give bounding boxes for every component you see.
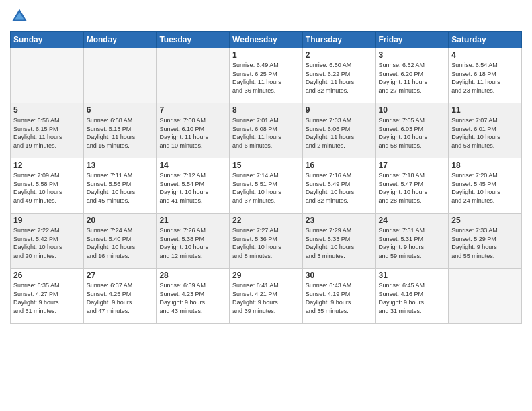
day-number: 10 (379, 105, 446, 115)
day-number: 9 (306, 105, 373, 115)
day-info: Sunrise: 6:50 AM Sunset: 6:22 PM Dayligh… (306, 61, 373, 95)
day-info: Sunrise: 7:01 AM Sunset: 6:08 PM Dayligh… (232, 116, 300, 150)
calendar-cell: 23Sunrise: 7:29 AM Sunset: 5:33 PM Dayli… (302, 214, 375, 269)
day-number: 4 (451, 50, 519, 60)
weekday-header-friday: Friday (375, 32, 449, 48)
day-info: Sunrise: 7:27 AM Sunset: 5:36 PM Dayligh… (232, 226, 300, 260)
day-number: 31 (379, 271, 446, 280)
day-info: Sunrise: 7:03 AM Sunset: 6:06 PM Dayligh… (306, 116, 373, 150)
calendar-cell: 17Sunrise: 7:18 AM Sunset: 5:47 PM Dayli… (375, 158, 449, 214)
page: SundayMondayTuesdayWednesdayThursdayFrid… (0, 0, 532, 411)
day-number: 28 (159, 271, 226, 280)
calendar-cell: 7Sunrise: 7:00 AM Sunset: 6:10 PM Daylig… (157, 103, 230, 158)
calendar-cell: 20Sunrise: 7:24 AM Sunset: 5:40 PM Dayli… (83, 214, 157, 269)
calendar-cell: 19Sunrise: 7:22 AM Sunset: 5:42 PM Dayli… (11, 214, 84, 269)
day-info: Sunrise: 6:58 AM Sunset: 6:13 PM Dayligh… (87, 116, 154, 150)
day-info: Sunrise: 7:12 AM Sunset: 5:54 PM Dayligh… (159, 171, 226, 205)
day-number: 11 (451, 105, 519, 115)
logo (10, 7, 32, 26)
day-info: Sunrise: 7:20 AM Sunset: 5:45 PM Dayligh… (451, 171, 519, 205)
calendar-cell: 8Sunrise: 7:01 AM Sunset: 6:08 PM Daylig… (230, 103, 303, 158)
day-number: 22 (232, 216, 300, 225)
day-number: 1 (232, 50, 300, 60)
day-info: Sunrise: 7:07 AM Sunset: 6:01 PM Dayligh… (451, 116, 519, 150)
calendar-cell: 6Sunrise: 6:58 AM Sunset: 6:13 PM Daylig… (83, 103, 157, 158)
day-info: Sunrise: 6:35 AM Sunset: 4:27 PM Dayligh… (13, 281, 81, 315)
calendar-week-row: 26Sunrise: 6:35 AM Sunset: 4:27 PM Dayli… (11, 269, 522, 324)
day-info: Sunrise: 7:05 AM Sunset: 6:03 PM Dayligh… (379, 116, 446, 150)
calendar-cell: 5Sunrise: 6:56 AM Sunset: 6:15 PM Daylig… (11, 103, 84, 158)
day-number: 5 (13, 105, 81, 115)
day-number: 3 (379, 50, 446, 60)
day-info: Sunrise: 7:22 AM Sunset: 5:42 PM Dayligh… (13, 226, 81, 260)
calendar-cell: 12Sunrise: 7:09 AM Sunset: 5:58 PM Dayli… (11, 158, 84, 214)
weekday-header-thursday: Thursday (302, 32, 375, 48)
calendar-cell: 29Sunrise: 6:41 AM Sunset: 4:21 PM Dayli… (230, 269, 303, 324)
day-info: Sunrise: 7:18 AM Sunset: 5:47 PM Dayligh… (379, 171, 446, 205)
weekday-header-monday: Monday (83, 32, 157, 48)
calendar-cell (157, 48, 230, 103)
day-info: Sunrise: 7:00 AM Sunset: 6:10 PM Dayligh… (159, 116, 226, 150)
calendar-cell: 25Sunrise: 7:33 AM Sunset: 5:29 PM Dayli… (449, 214, 522, 269)
calendar-week-row: 1Sunrise: 6:49 AM Sunset: 6:25 PM Daylig… (11, 48, 522, 103)
day-number: 12 (13, 161, 81, 170)
day-info: Sunrise: 6:54 AM Sunset: 6:18 PM Dayligh… (451, 61, 519, 95)
day-number: 23 (306, 216, 373, 225)
day-number: 8 (232, 105, 300, 115)
calendar-cell: 26Sunrise: 6:35 AM Sunset: 4:27 PM Dayli… (11, 269, 84, 324)
day-info: Sunrise: 6:49 AM Sunset: 6:25 PM Dayligh… (232, 61, 300, 95)
calendar-cell: 24Sunrise: 7:31 AM Sunset: 5:31 PM Dayli… (375, 214, 449, 269)
calendar-cell: 9Sunrise: 7:03 AM Sunset: 6:06 PM Daylig… (302, 103, 375, 158)
day-info: Sunrise: 7:33 AM Sunset: 5:29 PM Dayligh… (451, 226, 519, 260)
calendar-cell: 21Sunrise: 7:26 AM Sunset: 5:38 PM Dayli… (157, 214, 230, 269)
day-number: 29 (232, 271, 300, 280)
day-info: Sunrise: 7:09 AM Sunset: 5:58 PM Dayligh… (13, 171, 81, 205)
calendar-cell: 11Sunrise: 7:07 AM Sunset: 6:01 PM Dayli… (449, 103, 522, 158)
calendar-cell (449, 269, 522, 324)
calendar-header-row: SundayMondayTuesdayWednesdayThursdayFrid… (11, 32, 522, 48)
day-number: 30 (306, 271, 373, 280)
calendar-cell: 28Sunrise: 6:39 AM Sunset: 4:23 PM Dayli… (157, 269, 230, 324)
logo-icon (10, 7, 29, 26)
day-number: 26 (13, 271, 81, 280)
calendar-cell: 10Sunrise: 7:05 AM Sunset: 6:03 PM Dayli… (375, 103, 449, 158)
calendar-week-row: 5Sunrise: 6:56 AM Sunset: 6:15 PM Daylig… (11, 103, 522, 158)
day-info: Sunrise: 6:37 AM Sunset: 4:25 PM Dayligh… (87, 281, 154, 315)
day-info: Sunrise: 6:43 AM Sunset: 4:19 PM Dayligh… (306, 281, 373, 315)
day-info: Sunrise: 7:26 AM Sunset: 5:38 PM Dayligh… (159, 226, 226, 260)
calendar-week-row: 12Sunrise: 7:09 AM Sunset: 5:58 PM Dayli… (11, 158, 522, 214)
calendar-cell: 15Sunrise: 7:14 AM Sunset: 5:51 PM Dayli… (230, 158, 303, 214)
day-number: 20 (87, 216, 154, 225)
day-info: Sunrise: 6:41 AM Sunset: 4:21 PM Dayligh… (232, 281, 300, 315)
calendar-cell: 31Sunrise: 6:45 AM Sunset: 4:16 PM Dayli… (375, 269, 449, 324)
calendar-table: SundayMondayTuesdayWednesdayThursdayFrid… (10, 31, 522, 324)
calendar-cell: 4Sunrise: 6:54 AM Sunset: 6:18 PM Daylig… (449, 48, 522, 103)
weekday-header-wednesday: Wednesday (230, 32, 303, 48)
day-number: 7 (159, 105, 226, 115)
calendar-cell: 22Sunrise: 7:27 AM Sunset: 5:36 PM Dayli… (230, 214, 303, 269)
calendar-cell: 30Sunrise: 6:43 AM Sunset: 4:19 PM Dayli… (302, 269, 375, 324)
calendar-cell: 13Sunrise: 7:11 AM Sunset: 5:56 PM Dayli… (83, 158, 157, 214)
day-info: Sunrise: 7:14 AM Sunset: 5:51 PM Dayligh… (232, 171, 300, 205)
day-info: Sunrise: 7:29 AM Sunset: 5:33 PM Dayligh… (306, 226, 373, 260)
day-info: Sunrise: 6:56 AM Sunset: 6:15 PM Dayligh… (13, 116, 81, 150)
day-number: 25 (451, 216, 519, 225)
weekday-header-saturday: Saturday (449, 32, 522, 48)
day-number: 16 (306, 161, 373, 170)
day-number: 21 (159, 216, 226, 225)
calendar-cell: 27Sunrise: 6:37 AM Sunset: 4:25 PM Dayli… (83, 269, 157, 324)
day-info: Sunrise: 6:39 AM Sunset: 4:23 PM Dayligh… (159, 281, 226, 315)
calendar-cell: 3Sunrise: 6:52 AM Sunset: 6:20 PM Daylig… (375, 48, 449, 103)
calendar-cell: 14Sunrise: 7:12 AM Sunset: 5:54 PM Dayli… (157, 158, 230, 214)
day-info: Sunrise: 7:16 AM Sunset: 5:49 PM Dayligh… (306, 171, 373, 205)
day-info: Sunrise: 6:45 AM Sunset: 4:16 PM Dayligh… (379, 281, 446, 315)
calendar-cell: 2Sunrise: 6:50 AM Sunset: 6:22 PM Daylig… (302, 48, 375, 103)
day-number: 24 (379, 216, 446, 225)
header (10, 7, 522, 26)
day-info: Sunrise: 7:24 AM Sunset: 5:40 PM Dayligh… (87, 226, 154, 260)
day-number: 14 (159, 161, 226, 170)
weekday-header-tuesday: Tuesday (157, 32, 230, 48)
day-info: Sunrise: 6:52 AM Sunset: 6:20 PM Dayligh… (379, 61, 446, 95)
calendar-cell: 16Sunrise: 7:16 AM Sunset: 5:49 PM Dayli… (302, 158, 375, 214)
calendar-cell (83, 48, 157, 103)
